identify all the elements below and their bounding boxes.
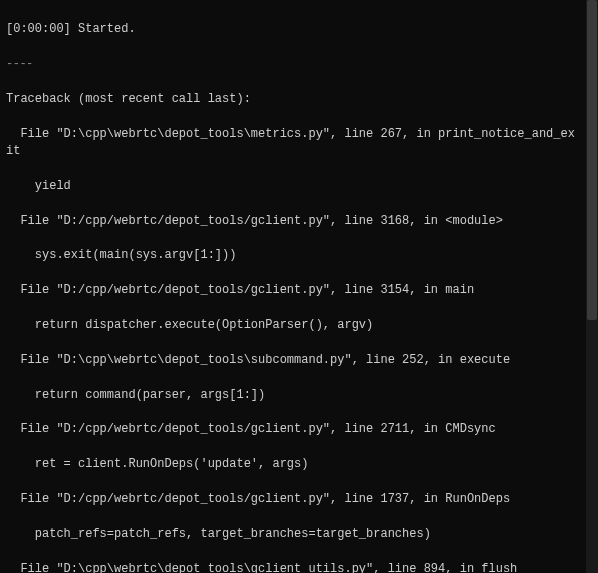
output-line: [0:00:00] Started. [6,21,580,38]
terminal-output: [0:00:00] Started. ---- Traceback (most … [0,0,586,573]
scrollbar-thumb[interactable] [587,0,597,320]
output-line: File "D:\cpp\webrtc\depot_tools\subcomma… [6,352,580,369]
output-line: File "D:/cpp/webrtc/depot_tools/gclient.… [6,213,580,230]
output-line: sys.exit(main(sys.argv[1:])) [6,247,580,264]
output-line: ret = client.RunOnDeps('update', args) [6,456,580,473]
output-line: Traceback (most recent call last): [6,91,580,108]
vertical-scrollbar[interactable] [586,0,598,573]
output-line: return command(parser, args[1:]) [6,387,580,404]
output-line: return dispatcher.execute(OptionParser()… [6,317,580,334]
output-line: File "D:/cpp/webrtc/depot_tools/gclient.… [6,491,580,508]
output-line: File "D:/cpp/webrtc/depot_tools/gclient.… [6,421,580,438]
divider-line: ---- [6,56,580,73]
output-line: patch_refs=patch_refs, target_branches=t… [6,526,580,543]
output-line: File "D:\cpp\webrtc\depot_tools\metrics.… [6,126,580,161]
output-line: File "D:\cpp\webrtc\depot_tools\gclient_… [6,561,580,574]
output-line: yield [6,178,580,195]
output-line: File "D:/cpp/webrtc/depot_tools/gclient.… [6,282,580,299]
